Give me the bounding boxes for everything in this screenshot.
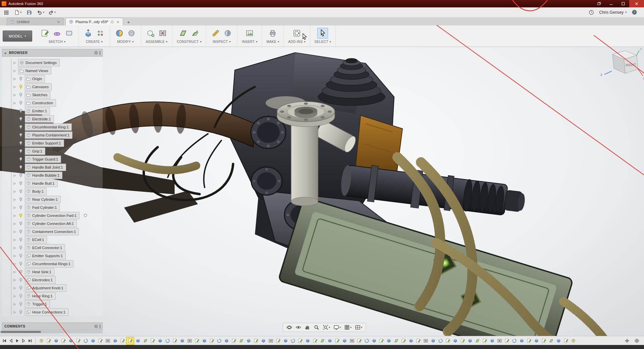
timeline-feature-revolve[interactable]: [289, 337, 297, 345]
measure-button[interactable]: [211, 28, 221, 38]
timeline-feature-extrude[interactable]: [555, 337, 562, 345]
step-back-button[interactable]: [8, 338, 14, 344]
timeline-feature-sketch[interactable]: [356, 337, 363, 345]
go-to-start-button[interactable]: [1, 338, 8, 344]
timeline-feature-extrude[interactable]: [488, 337, 496, 345]
expander-icon[interactable]: ▷: [13, 61, 17, 64]
ribbon-group-label[interactable]: SELECT▾: [315, 40, 331, 44]
visibility-bulb-icon[interactable]: [18, 261, 23, 266]
timeline-feature-extrude[interactable]: [451, 337, 459, 345]
close-button[interactable]: [629, 0, 644, 7]
visibility-bulb-icon[interactable]: [18, 286, 23, 290]
job-status-clock-icon[interactable]: [587, 8, 596, 16]
panel-handle[interactable]: [100, 51, 100, 55]
timeline-feature-sketch[interactable]: [208, 337, 215, 345]
browser-item-chip[interactable]: Electrodes:1: [25, 276, 56, 284]
browser-item-chip[interactable]: Grip:1: [25, 148, 45, 155]
expander-icon[interactable]: ▷: [13, 270, 17, 274]
expander-icon[interactable]: ▷: [13, 158, 17, 161]
timeline-feature-sketch[interactable]: [193, 337, 201, 345]
undo-button[interactable]: ▾: [36, 8, 45, 16]
browser-item-chip[interactable]: Containment Connection:1: [25, 228, 79, 235]
timeline-feature-plane[interactable]: [474, 337, 481, 345]
docs-button[interactable]: [593, 0, 605, 7]
browser-item-chip[interactable]: Electrode:1: [25, 115, 54, 123]
browser-item-chip[interactable]: Handle Bubble:1: [25, 172, 62, 179]
timeline-feature-extrude[interactable]: [326, 337, 333, 345]
browser-header[interactable]: « BROWSER: [2, 49, 103, 57]
timeline-feature-sketch[interactable]: [562, 337, 570, 345]
browser-item-chip[interactable]: Trigger:1: [25, 300, 50, 308]
display-settings-button[interactable]: ▾: [332, 324, 342, 331]
expander-icon[interactable]: ▷: [13, 85, 17, 89]
timeline-feature-joint[interactable]: [348, 337, 356, 345]
expander-icon[interactable]: ▷: [13, 302, 17, 306]
timeline-feature-revolve[interactable]: [511, 337, 518, 345]
scrollbar-thumb[interactable]: [1, 331, 41, 333]
timeline-feature-joint[interactable]: [104, 337, 111, 345]
expander-icon[interactable]: ▷: [13, 190, 17, 193]
maximize-button[interactable]: [617, 0, 629, 7]
browser-item-chip[interactable]: Plasma Containment:1: [25, 131, 72, 139]
timeline-feature-extrude[interactable]: [89, 337, 97, 345]
expander-icon[interactable]: ▷: [13, 262, 17, 266]
ribbon-group-label[interactable]: ADD-INS▾: [288, 40, 306, 44]
browser-item-chip[interactable]: Named Views: [18, 67, 51, 74]
expander-icon[interactable]: ▷: [13, 133, 17, 137]
visibility-bulb-icon[interactable]: [18, 229, 23, 234]
browser-item-chip[interactable]: Document Settings: [18, 59, 60, 66]
timeline-feature-plane[interactable]: [547, 337, 555, 345]
pattern-button[interactable]: [95, 28, 105, 38]
view-cube[interactable]: RIGHT Z X Y: [598, 48, 644, 85]
timeline-feature-joint[interactable]: [186, 337, 193, 345]
look-at-button[interactable]: [294, 324, 303, 331]
section-button[interactable]: [223, 28, 233, 38]
browser-item-chip[interactable]: Rear Cylinder:1: [25, 196, 61, 203]
browser-item-chip[interactable]: Emitter Supports:1: [25, 252, 66, 259]
browser-item-chip[interactable]: Origin: [25, 75, 45, 82]
add-ins-button[interactable]: [292, 28, 302, 38]
visibility-bulb-icon[interactable]: [18, 253, 23, 258]
timeline-feature-sketch[interactable]: [149, 337, 156, 345]
timeline-feature-sketch[interactable]: [333, 337, 341, 345]
browser-item-chip[interactable]: Canvases: [25, 83, 52, 91]
expander-icon[interactable]: ▷: [13, 230, 17, 233]
panel-options-icon[interactable]: [94, 324, 98, 329]
timeline-feature-extrude[interactable]: [282, 337, 289, 345]
browser-item-chip[interactable]: Sketches: [25, 91, 50, 99]
timeline-feature-sketch[interactable]: [274, 337, 282, 345]
visibility-bulb-icon[interactable]: [18, 245, 23, 250]
ribbon-group-label[interactable]: CREATE▾: [86, 40, 103, 44]
timeline-feature-sketch[interactable]: [540, 337, 547, 345]
timeline-feature-extrude[interactable]: [67, 337, 74, 345]
new-tab-button[interactable]: +: [125, 18, 132, 25]
browser-item-chip[interactable]: Fwd Cylinder:1: [25, 204, 60, 211]
visibility-bulb-icon[interactable]: [18, 125, 23, 129]
timeline-feature-extrude[interactable]: [518, 337, 525, 345]
ribbon-group-label[interactable]: MAKE▾: [266, 40, 279, 44]
expander-icon[interactable]: ▷: [13, 214, 17, 217]
timeline-feature-revolve[interactable]: [82, 337, 89, 345]
visibility-bulb-icon[interactable]: [18, 270, 23, 274]
surface-box-button[interactable]: [64, 28, 74, 38]
close-tab-icon[interactable]: ×: [116, 19, 120, 24]
visibility-bulb-icon[interactable]: [18, 109, 23, 113]
timeline-feature-sketch[interactable]: [252, 337, 260, 345]
browser-item-chip[interactable]: Handle Butt:1: [25, 180, 58, 187]
timeline-feature-sketch[interactable]: [126, 337, 134, 345]
timeline-feature-extrude[interactable]: [134, 337, 142, 345]
expander-icon[interactable]: ▷: [13, 93, 17, 97]
browser-item-chip[interactable]: Adjustment Knob:1: [25, 284, 66, 292]
timeline-feature-extrude[interactable]: [178, 337, 186, 345]
timeline-feature-sketch[interactable]: [444, 337, 451, 345]
timeline-feature-sketch[interactable]: [311, 337, 319, 345]
browser-item-chip[interactable]: Hose Ring:1: [25, 292, 56, 300]
file-button[interactable]: ▾: [13, 8, 22, 16]
visibility-bulb-icon[interactable]: [18, 310, 23, 314]
visibility-bulb-icon[interactable]: [18, 205, 23, 210]
browser-item-chip[interactable]: Construction: [25, 99, 56, 107]
ribbon-group-label[interactable]: ASSEMBLE▾: [146, 40, 168, 44]
close-tab-icon[interactable]: ×: [56, 19, 60, 24]
browser-item-chip[interactable]: Cylinder Connection Fwd:1: [25, 212, 79, 219]
timeline-feature-sketch[interactable]: [74, 337, 82, 345]
